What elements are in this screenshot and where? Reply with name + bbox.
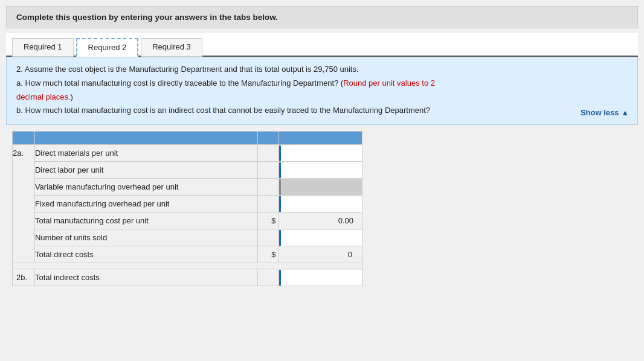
variable-overhead-prefix: [257, 179, 279, 196]
header-row: [13, 132, 362, 145]
table-row-units-sold: Number of units sold: [13, 229, 362, 246]
section-2b-label: 2b.: [13, 269, 35, 286]
variable-overhead-input-cell: [279, 179, 362, 196]
total-mfg-cost-value: 0.00: [279, 216, 358, 225]
fixed-overhead-prefix: [257, 196, 279, 212]
tab-required2[interactable]: Required 2: [76, 38, 139, 57]
answer-table: 2a. Direct materials per unit Direct lab…: [12, 131, 362, 286]
units-sold-input[interactable]: [279, 230, 362, 246]
question-line2a-red2: decimal places.): [16, 91, 628, 104]
tab-required3[interactable]: Required 3: [141, 38, 202, 57]
question-line1: 2. Assume the cost object is the Manufac…: [16, 63, 628, 76]
direct-materials-input[interactable]: [279, 145, 362, 161]
show-less-button[interactable]: Show less: [581, 107, 629, 120]
banner-text: Complete this question by entering your …: [16, 13, 278, 22]
total-mfg-cost-input-cell: 0.00: [279, 212, 362, 229]
direct-labor-label: Direct labor per unit: [34, 162, 257, 179]
instruction-banner: Complete this question by entering your …: [6, 6, 638, 28]
question-box: 2. Assume the cost object is the Manufac…: [6, 57, 638, 125]
direct-labor-input[interactable]: [279, 162, 362, 178]
total-indirect-input[interactable]: [279, 270, 362, 286]
question-line2a: a. How much total manufacturing cost is …: [16, 77, 628, 90]
direct-materials-prefix: [257, 145, 279, 162]
total-direct-costs-value: 0: [279, 250, 357, 259]
tab-required1[interactable]: Required 1: [12, 38, 74, 57]
separator-row: [13, 263, 362, 269]
total-indirect-input-cell: [279, 269, 362, 286]
fixed-overhead-label: Fixed manufacturing overhead per unit: [34, 196, 257, 212]
tabs-row: Required 1 Required 2 Required 3: [6, 33, 638, 57]
total-indirect-prefix: [257, 269, 279, 286]
table-row-variable-overhead: Variable manufacturing overhead per unit: [13, 179, 362, 196]
total-direct-costs-dollar: $: [257, 246, 279, 263]
units-sold-prefix: [257, 229, 279, 246]
table-row-direct-labor: Direct labor per unit: [13, 162, 362, 179]
fixed-overhead-input[interactable]: [279, 196, 362, 212]
table-row-total-mfg-cost: Total manufacturing cost per unit $ 0.00: [13, 212, 362, 229]
fixed-overhead-input-cell: [279, 196, 362, 212]
direct-materials-input-cell: [279, 145, 362, 162]
table-row-direct-materials: 2a. Direct materials per unit: [13, 145, 362, 162]
total-mfg-cost-dollar: $: [257, 212, 279, 229]
direct-labor-input-cell: [279, 162, 362, 179]
total-direct-costs-label: Total direct costs: [34, 246, 257, 263]
direct-labor-prefix: [257, 162, 279, 179]
direct-materials-label: Direct materials per unit: [34, 145, 257, 162]
units-sold-label: Number of units sold: [34, 229, 257, 246]
total-mfg-cost-label: Total manufacturing cost per unit: [34, 212, 257, 229]
section-2a-label: 2a.: [13, 145, 35, 263]
question-line2b: b. How much total manufacturing cost is …: [16, 104, 628, 117]
variable-overhead-label: Variable manufacturing overhead per unit: [34, 179, 257, 196]
total-direct-costs-input-cell: 0: [279, 246, 362, 263]
table-row-total-direct-costs: Total direct costs $ 0: [13, 246, 362, 263]
units-sold-input-cell: [279, 229, 362, 246]
total-indirect-costs-label: Total indirect costs: [34, 269, 257, 286]
table-row-2b: 2b. Total indirect costs: [13, 269, 362, 286]
variable-overhead-input[interactable]: [279, 179, 362, 195]
table-row-fixed-overhead: Fixed manufacturing overhead per unit: [13, 196, 362, 212]
